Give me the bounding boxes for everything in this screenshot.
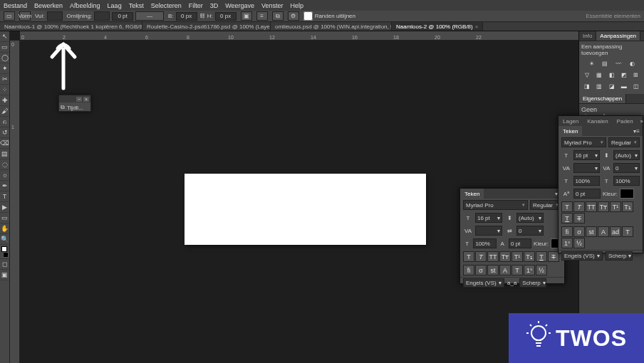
brush-tool[interactable]: 🖌 <box>0 106 9 117</box>
ot-st[interactable]: st <box>586 226 597 237</box>
menu-tekst[interactable]: Tekst <box>129 2 144 9</box>
subscript-button[interactable]: T₁ <box>622 201 633 212</box>
tracking-input[interactable]: 0▾ <box>613 163 640 173</box>
baseline-input[interactable]: 0 pt <box>509 238 531 248</box>
character-panel-big[interactable]: Lagen Kanalen Paden » Teken ▾≡ Myriad Pr… <box>558 115 643 253</box>
ot-1st[interactable]: 1ˢ <box>524 265 535 275</box>
smallcaps-button[interactable]: Tᴛ <box>499 251 511 262</box>
font-family-select[interactable]: Myriad Pro▾ <box>561 137 606 147</box>
curves-icon[interactable]: 〰 <box>613 59 623 68</box>
font-style-select[interactable]: Regular▾ <box>608 137 640 147</box>
panel-menu-icon[interactable]: » <box>638 116 644 126</box>
character-panel-small[interactable]: Teken ▾≡ Myriad Pro▾ Regular▾ T 16 pt▾ ⬍… <box>459 188 565 284</box>
posterize-icon[interactable]: ▥ <box>595 82 603 90</box>
pen-tool[interactable]: ✒ <box>0 181 9 191</box>
shape-tool-icon[interactable]: ▭ <box>4 11 15 21</box>
menu-filter[interactable]: Filter <box>189 2 203 9</box>
vibrance-icon[interactable]: ▽ <box>583 70 591 79</box>
stroke-swatch[interactable] <box>94 11 110 21</box>
smallcaps-button[interactable]: Tᴛ <box>598 201 609 212</box>
arrange-icon[interactable]: ⧉ <box>272 11 284 21</box>
workspace-switcher[interactable]: Essentiële elementen <box>586 13 641 19</box>
baseline-input[interactable]: 0 pt <box>573 189 601 199</box>
leading-input[interactable]: (Auto)▾ <box>613 150 640 160</box>
menu-3d[interactable]: 3D <box>210 2 219 9</box>
wand-tool[interactable]: ✦ <box>0 63 9 74</box>
doc-tab-2[interactable]: Roulette-Casino-2-psd61786.psd @ 100% (L… <box>142 22 271 31</box>
bold-button[interactable]: T <box>561 201 573 212</box>
menu-bewerken[interactable]: Bewerken <box>34 2 63 9</box>
font-family-select[interactable]: Myriad Pro▾ <box>463 200 528 210</box>
move-tool[interactable]: ↖ <box>0 31 9 42</box>
type-tool[interactable]: T <box>0 191 9 202</box>
language-select[interactable]: Engels (VS)▾ <box>561 251 603 261</box>
close-icon[interactable]: × <box>83 97 89 102</box>
hscale-input[interactable]: 100% <box>613 176 640 186</box>
ot-T1[interactable]: T <box>622 226 633 237</box>
allcaps-button[interactable]: TT <box>586 201 597 212</box>
history-brush-tool[interactable]: ↺ <box>0 127 9 138</box>
threshold-icon[interactable]: ◪ <box>607 82 616 90</box>
menu-laag[interactable]: Laag <box>108 2 122 9</box>
eyedropper-tool[interactable]: ⁘ <box>0 85 9 95</box>
subscript-button[interactable]: T₁ <box>524 251 535 262</box>
font-style-select[interactable]: Regular▾ <box>530 200 561 210</box>
kerning-input[interactable]: ▾ <box>573 163 600 173</box>
gear-icon[interactable]: ⚙ <box>288 11 299 21</box>
tab-paden[interactable]: Paden <box>613 116 638 126</box>
selcolor-icon[interactable]: ◫ <box>632 82 640 90</box>
ot-fi[interactable]: fi <box>561 226 573 237</box>
kerning-input[interactable]: ▾ <box>475 226 502 236</box>
underline-button[interactable]: T <box>536 251 547 262</box>
bold-button[interactable]: T <box>463 251 474 262</box>
marquee-tool[interactable]: ▭ <box>0 42 9 53</box>
gradmap-icon[interactable]: ▬ <box>620 82 628 90</box>
bw-icon[interactable]: ◧ <box>607 70 616 79</box>
menu-venster[interactable]: Venster <box>261 2 284 9</box>
vscale-input[interactable]: 100% <box>473 238 496 248</box>
strike-button[interactable]: T <box>573 213 585 223</box>
shape-tool[interactable]: ▭ <box>0 213 9 223</box>
canvas-area[interactable]: 0246810121416182022 01 −× ⧉Tijdli... Tek… <box>10 31 578 363</box>
ot-half[interactable]: ½ <box>536 265 547 275</box>
menu-weergave[interactable]: Weergave <box>225 2 254 9</box>
superscript-button[interactable]: T¹ <box>610 201 621 212</box>
font-size-input[interactable]: 16 pt▾ <box>475 213 502 223</box>
invert-icon[interactable]: ◨ <box>583 82 591 90</box>
path-ops-icon[interactable]: ▣ <box>241 11 252 21</box>
menu-help[interactable]: Help <box>291 2 304 9</box>
align-icon[interactable]: ≡ <box>256 11 268 21</box>
blur-tool[interactable]: ◌ <box>0 159 9 170</box>
tab-eigenschappen[interactable]: Eigenschappen <box>579 94 626 103</box>
ot-1st[interactable]: 1ˢ <box>561 238 573 248</box>
tab-lagen[interactable]: Lagen <box>559 116 583 126</box>
underline-button[interactable]: T <box>561 213 573 223</box>
screenmode-tool[interactable]: ▣ <box>0 270 9 280</box>
ot-A[interactable]: A <box>598 226 609 237</box>
italic-button[interactable]: T <box>475 251 487 262</box>
antialias-select[interactable]: Scherp▾ <box>606 251 633 261</box>
dodge-tool[interactable]: ☼ <box>0 170 9 181</box>
doc-tab-3[interactable]: omlieuous.psd @ 100% (WIN.api.integratio… <box>271 22 392 31</box>
canvas-document[interactable] <box>185 174 426 245</box>
ot-sigma[interactable]: σ <box>573 226 585 237</box>
levels-icon[interactable]: ▤ <box>600 59 610 68</box>
stroke-width-input[interactable] <box>112 12 133 21</box>
ot-half[interactable]: ½ <box>573 238 585 248</box>
tab-info[interactable]: Info <box>579 31 596 41</box>
menu-bestand[interactable]: Bestand <box>4 2 27 9</box>
crop-tool[interactable]: ✂ <box>0 74 9 85</box>
ot-T1[interactable]: T <box>511 265 523 275</box>
collapse-icon[interactable]: − <box>76 97 82 102</box>
ot-st[interactable]: st <box>487 265 499 275</box>
ot-ad[interactable]: ad <box>610 226 621 237</box>
menu-selecteren[interactable]: Selecteren <box>151 2 182 9</box>
tab-stijlen[interactable]: Stijlen <box>640 31 644 41</box>
font-size-input[interactable]: 16 pt▾ <box>573 150 600 160</box>
allcaps-button[interactable]: TT <box>487 251 499 262</box>
exposure-icon[interactable]: ◐ <box>627 59 637 68</box>
superscript-button[interactable]: T¹ <box>511 251 523 262</box>
menu-afbeelding[interactable]: Afbeelding <box>70 2 100 9</box>
hand-tool[interactable]: ✋ <box>0 223 9 234</box>
hue-icon[interactable]: ▦ <box>595 70 603 79</box>
